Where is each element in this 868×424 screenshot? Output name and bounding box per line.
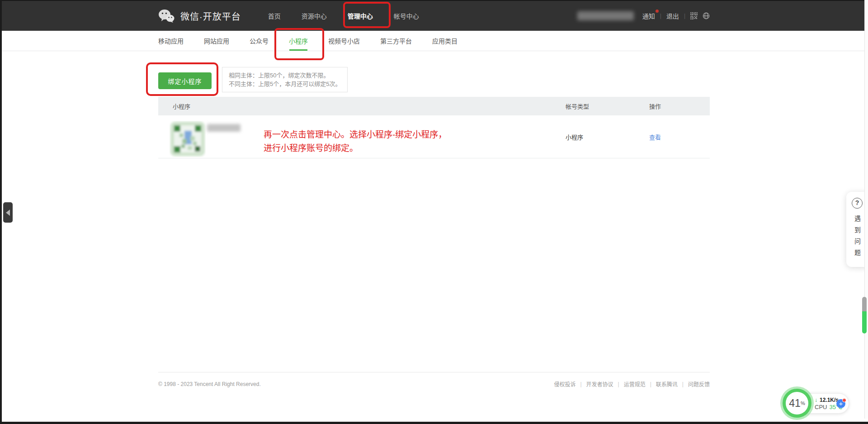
network-speed-value: 12.1K/s [820,397,839,403]
tab-official-account[interactable]: 公众号 [250,31,269,51]
miniprogram-name-redacted [207,124,241,132]
separator: | [682,381,684,387]
separator: | [650,381,651,387]
main-content: 绑定小程序 相同主体：上限50个，绑定次数不限。 不同主体：上限5个，本月还可以… [158,67,710,388]
cpu-label: CPU [815,404,827,410]
memory-percent-value: 41 [789,397,801,410]
tab-mobile-app[interactable]: 移动应用 [158,31,184,51]
bind-miniprogram-button[interactable]: 绑定小程序 [158,72,212,89]
tip-line-different-subject: 不同主体：上限5个，本月还可以绑定5次。 [229,80,341,88]
table-row: 再一次点击管理中心。选择小程序-绑定小程序， 进行小程序账号的绑定。 小程序 查… [158,115,710,158]
miniprogram-table: 小程序 帐号类型 操作 [158,97,710,158]
monitor-plus-button[interactable]: + [836,399,845,408]
tab-app-category[interactable]: 应用类目 [432,31,458,51]
globe-language-icon[interactable] [703,12,710,19]
help-panel-label: 遇到问题 [853,213,862,263]
nav-item-account-center[interactable]: 帐号中心 [394,11,419,20]
window-frame-left [0,0,2,424]
table-header-row: 小程序 帐号类型 操作 [158,97,710,115]
window-frame-bottom [0,422,868,424]
separator: | [618,381,619,387]
view-link[interactable]: 查看 [649,133,661,141]
primary-nav: 首页 资源中心 管理中心 帐号中心 [268,11,419,20]
username-redacted [577,11,634,20]
col-header-account-type: 帐号类型 [564,102,647,110]
footer-links: 侵权投诉 | 开发者协议 | 运营规范 | 联系腾讯 | 问题反馈 [554,380,710,388]
copyright-text: © 1998 - 2023 Tencent All Right Reserved… [158,381,261,387]
col-header-miniprogram: 小程序 [158,102,564,110]
question-mark-icon: ? [852,198,863,209]
notification-dot [656,10,659,13]
system-monitor-widget[interactable]: ↓ 12.1K/s CPU 35℃ + 41 % [783,389,856,418]
scrollbar-thumb[interactable] [862,297,867,333]
collapse-arrow-icon [6,210,10,216]
separator: | [684,13,685,19]
bind-quota-tips: 相同主体：上限50个，绑定次数不限。 不同主体：上限5个，本月还可以绑定5次。 [222,67,348,92]
logout-link[interactable]: 退出 [666,11,679,20]
navbar-user-area: 通知 | 退出 | [577,11,710,20]
brand-link[interactable]: 微信·开放平台 [158,9,241,23]
mini-program-qr-icon [170,121,206,157]
memory-percent-ring: 41 % [783,389,811,418]
separator: | [580,381,581,387]
annotation-line-2: 进行小程序账号的绑定。 [264,142,447,155]
tab-third-party-platform[interactable]: 第三方平台 [380,31,412,51]
top-navbar: 微信·开放平台 首页 资源中心 管理中心 帐号中心 通知 | 退出 | [0,0,868,31]
footer-link-operation-rules[interactable]: 运营规范 [624,380,646,388]
tab-mini-program[interactable]: 小程序 [289,31,308,51]
separator: | [660,13,661,19]
tab-website-app[interactable]: 网站应用 [204,31,229,51]
notifications-label: 通知 [642,13,655,20]
active-tab-underline [289,49,307,51]
tab-mini-program-label: 小程序 [289,36,308,45]
wechat-logo-icon [158,9,175,23]
annotation-line-1: 再一次点击管理中心。选择小程序-绑定小程序， [264,128,447,142]
brand-title: 微信·开放平台 [180,10,241,23]
notifications-link[interactable]: 通知 [642,11,655,20]
tip-line-same-subject: 相同主体：上限50个，绑定次数不限。 [229,71,341,80]
qr-code-icon[interactable] [690,12,698,19]
secondary-tabbar: 移动应用 网站应用 公众号 小程序 视频号小店 第三方平台 应用类目 [0,31,868,51]
tab-channels-shop[interactable]: 视频号小店 [328,31,360,51]
monitor-notification-dot [842,398,846,402]
nav-item-manage-center[interactable]: 管理中心 [348,11,373,20]
page-footer: © 1998 - 2023 Tencent All Right Reserved… [158,372,710,388]
tutorial-annotation: 再一次点击管理中心。选择小程序-绑定小程序， 进行小程序账号的绑定。 [264,128,447,155]
sidebar-collapse-button[interactable] [3,202,13,223]
nav-item-resource-center[interactable]: 资源中心 [302,11,327,20]
footer-link-infringement[interactable]: 侵权投诉 [554,380,576,388]
col-header-action: 操作 [647,102,710,110]
download-arrow-icon: ↓ [815,397,817,403]
nav-item-home[interactable]: 首页 [268,11,281,20]
footer-link-developer-agreement[interactable]: 开发者协议 [586,380,613,388]
memory-percent-unit: % [801,400,805,406]
footer-link-contact-tencent[interactable]: 联系腾讯 [656,380,678,388]
scrollbar-track[interactable] [864,0,868,419]
account-type-value: 小程序 [564,115,647,158]
footer-link-feedback[interactable]: 问题反馈 [688,380,710,388]
